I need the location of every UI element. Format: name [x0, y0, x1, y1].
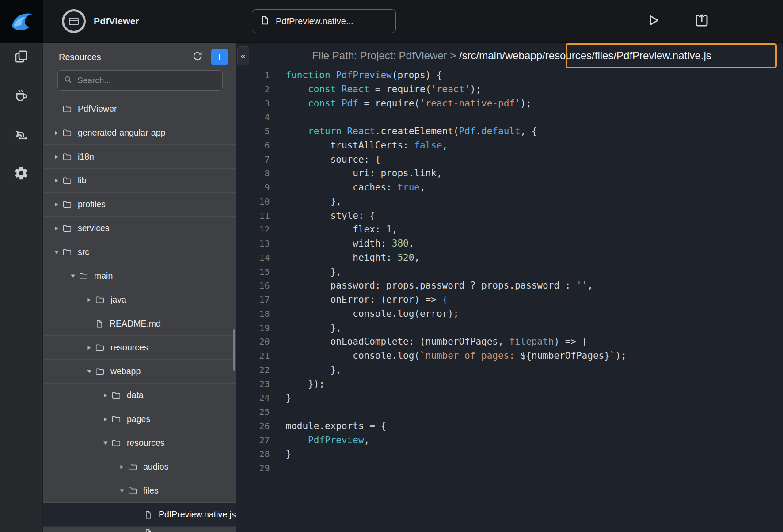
code-text[interactable]: return React.createElement(Pdf.default, …	[270, 125, 537, 139]
code-line[interactable]: 3 const Pdf = require('react-native-pdf'…	[236, 97, 783, 111]
code-line[interactable]: 27 PdfPreview,	[236, 433, 783, 448]
chevron-down-icon[interactable]	[67, 274, 79, 278]
tree-folder-row[interactable]: generated-angular-app	[43, 121, 236, 145]
code-line[interactable]: 11 style: {	[236, 209, 783, 223]
code-line[interactable]: 7 source: {	[236, 153, 783, 167]
chevron-right-icon[interactable]	[51, 226, 62, 231]
chevron-down-icon[interactable]	[100, 441, 111, 445]
tree-folder-row[interactable]: audios	[43, 455, 236, 479]
add-resource-button[interactable]: +	[211, 49, 228, 65]
refresh-button[interactable]	[190, 49, 205, 65]
export-button[interactable]	[693, 12, 711, 30]
code-text[interactable]: PdfPreview,	[270, 433, 370, 448]
chevron-down-icon[interactable]	[116, 489, 128, 493]
code-text[interactable]: const React = require('react');	[270, 83, 482, 97]
code-line[interactable]: 23 });	[236, 377, 783, 391]
chevron-down-icon[interactable]	[84, 369, 95, 374]
chevron-right-icon[interactable]	[100, 393, 111, 398]
java-services-button[interactable]	[13, 88, 30, 105]
code-text[interactable]: source: {	[270, 153, 381, 167]
code-text[interactable]: caches: true,	[270, 181, 426, 195]
tree-folder-row[interactable]: pages	[43, 407, 236, 431]
code-text[interactable]	[270, 461, 286, 475]
code-line[interactable]: 13 width: 380,	[236, 237, 783, 251]
code-text[interactable]: },	[270, 321, 342, 335]
tree-file-row[interactable]	[43, 527, 236, 532]
code-text[interactable]: },	[270, 363, 342, 377]
code-text[interactable]: style: {	[270, 209, 375, 223]
code-line[interactable]: 2 const React = require('react');	[236, 83, 783, 97]
chevron-right-icon[interactable]	[84, 345, 95, 350]
code-line[interactable]: 15 },	[236, 265, 783, 279]
run-button[interactable]	[644, 12, 662, 30]
tree-folder-row[interactable]: main	[43, 264, 236, 288]
code-line[interactable]: 28}	[236, 447, 783, 461]
panel-scrollbar-thumb[interactable]	[233, 329, 235, 371]
tree-folder-row[interactable]: resources	[43, 431, 236, 455]
chevron-right-icon[interactable]	[51, 202, 62, 207]
chevron-right-icon[interactable]	[116, 464, 128, 470]
code-line[interactable]: 9 caches: true,	[236, 181, 783, 195]
brand-logo[interactable]	[0, 0, 43, 43]
code-line[interactable]: 26module.exports = {	[236, 419, 783, 433]
chevron-down-icon[interactable]	[51, 250, 62, 255]
code-line[interactable]: 20 onLoadComplete: (numberOfPages, filep…	[236, 335, 783, 349]
code-text[interactable]	[270, 110, 286, 125]
code-line[interactable]: 14 height: 520,	[236, 251, 783, 265]
code-line[interactable]: 4	[236, 110, 783, 125]
code-line[interactable]: 25	[236, 405, 783, 419]
tree-folder-row[interactable]: src	[43, 240, 236, 264]
code-line[interactable]: 10 },	[236, 195, 783, 209]
code-text[interactable]	[270, 405, 286, 419]
code-line[interactable]: 29	[236, 461, 783, 475]
code-line[interactable]: 8 uri: props.link,	[236, 167, 783, 181]
chevron-right-icon[interactable]	[51, 154, 62, 160]
tree-folder-row[interactable]: webapp	[43, 360, 236, 384]
collapse-panel-button[interactable]: «	[237, 46, 249, 65]
code-line[interactable]: 21 console.log(`number of pages: ${numbe…	[236, 349, 783, 363]
code-text[interactable]: password: props.password ? props.passwor…	[270, 279, 593, 293]
chevron-right-icon[interactable]	[100, 417, 111, 422]
code-text[interactable]: },	[270, 195, 342, 209]
code-line[interactable]: 5 return React.createElement(Pdf.default…	[236, 125, 783, 139]
open-file-tab[interactable]: PdfPreview.native...	[252, 9, 396, 33]
code-text[interactable]: function PdfPreview(props) {	[270, 68, 442, 83]
code-text[interactable]: trustAllCerts: false,	[270, 139, 448, 153]
code-line[interactable]: 17 onError: (error) => {	[236, 293, 783, 307]
tree-folder-row[interactable]: profiles	[43, 193, 236, 217]
chevron-right-icon[interactable]	[84, 297, 95, 303]
tree-folder-row[interactable]: java	[43, 288, 236, 312]
code-text[interactable]: console.log(error);	[270, 307, 459, 321]
tree-folder-row[interactable]: files	[43, 479, 236, 503]
code-lines[interactable]: 1function PdfPreview(props) {2 const Rea…	[236, 68, 783, 532]
code-text[interactable]: }	[270, 447, 292, 461]
code-line[interactable]: 18 console.log(error);	[236, 307, 783, 321]
code-text[interactable]: onLoadComplete: (numberOfPages, filepath…	[270, 335, 588, 349]
code-text[interactable]: const Pdf = require('react-native-pdf');	[270, 97, 532, 111]
chevron-right-icon[interactable]	[51, 130, 62, 136]
tree-folder-row[interactable]: PdfViewer	[43, 97, 236, 121]
code-text[interactable]: }	[270, 391, 292, 405]
tree-folder-row[interactable]: i18n	[43, 145, 236, 169]
code-line[interactable]: 16 password: props.password ? props.pass…	[236, 279, 783, 293]
code-text[interactable]: onError: (error) => {	[270, 293, 448, 307]
tree-file-row[interactable]: README.md	[43, 312, 236, 336]
code-text[interactable]: flex: 1,	[270, 223, 398, 237]
settings-button[interactable]	[13, 166, 30, 182]
code-text[interactable]: uri: props.link,	[270, 167, 442, 181]
tree-folder-row[interactable]: lib	[43, 169, 236, 193]
tree-folder-row[interactable]: data	[43, 384, 236, 407]
code-line[interactable]: 12 flex: 1,	[236, 223, 783, 237]
code-text[interactable]: });	[270, 377, 325, 391]
tree-folder-row[interactable]: resources	[43, 336, 236, 360]
search-input[interactable]	[77, 76, 217, 85]
tree-file-row[interactable]: PdfPreview.native.js	[43, 503, 236, 527]
code-text[interactable]: module.exports = {	[270, 419, 387, 433]
code-line[interactable]: 22 },	[236, 363, 783, 377]
code-line[interactable]: 1function PdfPreview(props) {	[236, 68, 783, 83]
code-text[interactable]: },	[270, 265, 342, 279]
pages-copy-button[interactable]	[13, 49, 30, 66]
chevron-right-icon[interactable]	[51, 178, 62, 183]
code-line[interactable]: 24}	[236, 391, 783, 405]
integrations-button[interactable]	[13, 127, 30, 144]
